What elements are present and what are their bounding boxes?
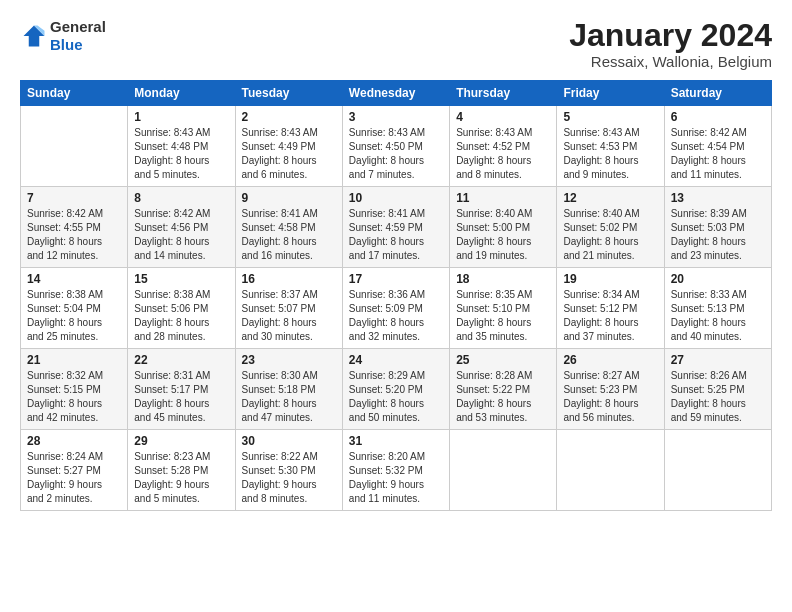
col-wednesday: Wednesday [342,81,449,106]
day-info: Sunrise: 8:36 AMSunset: 5:09 PMDaylight:… [349,288,443,344]
day-info: Sunrise: 8:40 AMSunset: 5:00 PMDaylight:… [456,207,550,263]
calendar-cell: 2Sunrise: 8:43 AMSunset: 4:49 PMDaylight… [235,106,342,187]
day-number: 5 [563,110,657,124]
day-info: Sunrise: 8:22 AMSunset: 5:30 PMDaylight:… [242,450,336,506]
calendar-cell: 31Sunrise: 8:20 AMSunset: 5:32 PMDayligh… [342,430,449,511]
calendar-table: Sunday Monday Tuesday Wednesday Thursday… [20,80,772,511]
week-row-2: 7Sunrise: 8:42 AMSunset: 4:55 PMDaylight… [21,187,772,268]
day-number: 11 [456,191,550,205]
calendar-cell: 22Sunrise: 8:31 AMSunset: 5:17 PMDayligh… [128,349,235,430]
day-number: 12 [563,191,657,205]
calendar-cell: 15Sunrise: 8:38 AMSunset: 5:06 PMDayligh… [128,268,235,349]
week-row-1: 1Sunrise: 8:43 AMSunset: 4:48 PMDaylight… [21,106,772,187]
logo-general-text: General [50,18,106,35]
day-info: Sunrise: 8:43 AMSunset: 4:48 PMDaylight:… [134,126,228,182]
calendar-cell [21,106,128,187]
calendar-cell: 1Sunrise: 8:43 AMSunset: 4:48 PMDaylight… [128,106,235,187]
day-number: 10 [349,191,443,205]
day-info: Sunrise: 8:20 AMSunset: 5:32 PMDaylight:… [349,450,443,506]
calendar-cell: 29Sunrise: 8:23 AMSunset: 5:28 PMDayligh… [128,430,235,511]
col-saturday: Saturday [664,81,771,106]
day-info: Sunrise: 8:43 AMSunset: 4:53 PMDaylight:… [563,126,657,182]
day-number: 19 [563,272,657,286]
day-number: 8 [134,191,228,205]
day-info: Sunrise: 8:42 AMSunset: 4:55 PMDaylight:… [27,207,121,263]
calendar-cell: 10Sunrise: 8:41 AMSunset: 4:59 PMDayligh… [342,187,449,268]
calendar-cell: 6Sunrise: 8:42 AMSunset: 4:54 PMDaylight… [664,106,771,187]
day-info: Sunrise: 8:24 AMSunset: 5:27 PMDaylight:… [27,450,121,506]
day-number: 29 [134,434,228,448]
calendar-cell: 3Sunrise: 8:43 AMSunset: 4:50 PMDaylight… [342,106,449,187]
day-number: 16 [242,272,336,286]
calendar-cell: 24Sunrise: 8:29 AMSunset: 5:20 PMDayligh… [342,349,449,430]
page: General Blue January 2024 Ressaix, Wallo… [0,0,792,612]
day-number: 13 [671,191,765,205]
calendar-cell: 25Sunrise: 8:28 AMSunset: 5:22 PMDayligh… [450,349,557,430]
day-info: Sunrise: 8:30 AMSunset: 5:18 PMDaylight:… [242,369,336,425]
calendar-cell: 28Sunrise: 8:24 AMSunset: 5:27 PMDayligh… [21,430,128,511]
calendar-cell: 14Sunrise: 8:38 AMSunset: 5:04 PMDayligh… [21,268,128,349]
calendar-cell [664,430,771,511]
day-info: Sunrise: 8:41 AMSunset: 4:59 PMDaylight:… [349,207,443,263]
calendar-cell: 30Sunrise: 8:22 AMSunset: 5:30 PMDayligh… [235,430,342,511]
day-info: Sunrise: 8:32 AMSunset: 5:15 PMDaylight:… [27,369,121,425]
day-info: Sunrise: 8:33 AMSunset: 5:13 PMDaylight:… [671,288,765,344]
day-number: 20 [671,272,765,286]
calendar-cell: 21Sunrise: 8:32 AMSunset: 5:15 PMDayligh… [21,349,128,430]
day-info: Sunrise: 8:27 AMSunset: 5:23 PMDaylight:… [563,369,657,425]
day-number: 30 [242,434,336,448]
logo: General Blue [20,18,106,54]
day-info: Sunrise: 8:42 AMSunset: 4:56 PMDaylight:… [134,207,228,263]
day-number: 2 [242,110,336,124]
header-row: Sunday Monday Tuesday Wednesday Thursday… [21,81,772,106]
calendar-cell: 18Sunrise: 8:35 AMSunset: 5:10 PMDayligh… [450,268,557,349]
day-info: Sunrise: 8:43 AMSunset: 4:52 PMDaylight:… [456,126,550,182]
day-info: Sunrise: 8:38 AMSunset: 5:04 PMDaylight:… [27,288,121,344]
day-info: Sunrise: 8:42 AMSunset: 4:54 PMDaylight:… [671,126,765,182]
calendar-cell: 4Sunrise: 8:43 AMSunset: 4:52 PMDaylight… [450,106,557,187]
calendar-body: 1Sunrise: 8:43 AMSunset: 4:48 PMDaylight… [21,106,772,511]
calendar-cell: 16Sunrise: 8:37 AMSunset: 5:07 PMDayligh… [235,268,342,349]
day-number: 7 [27,191,121,205]
day-number: 1 [134,110,228,124]
day-number: 24 [349,353,443,367]
day-info: Sunrise: 8:38 AMSunset: 5:06 PMDaylight:… [134,288,228,344]
day-number: 26 [563,353,657,367]
calendar-cell: 7Sunrise: 8:42 AMSunset: 4:55 PMDaylight… [21,187,128,268]
col-thursday: Thursday [450,81,557,106]
calendar-cell: 11Sunrise: 8:40 AMSunset: 5:00 PMDayligh… [450,187,557,268]
week-row-4: 21Sunrise: 8:32 AMSunset: 5:15 PMDayligh… [21,349,772,430]
day-number: 17 [349,272,443,286]
page-subtitle: Ressaix, Wallonia, Belgium [569,53,772,70]
calendar-cell [450,430,557,511]
col-tuesday: Tuesday [235,81,342,106]
day-info: Sunrise: 8:41 AMSunset: 4:58 PMDaylight:… [242,207,336,263]
col-sunday: Sunday [21,81,128,106]
day-number: 3 [349,110,443,124]
calendar-cell: 23Sunrise: 8:30 AMSunset: 5:18 PMDayligh… [235,349,342,430]
calendar-cell [557,430,664,511]
calendar-cell: 9Sunrise: 8:41 AMSunset: 4:58 PMDaylight… [235,187,342,268]
day-number: 14 [27,272,121,286]
calendar-cell: 17Sunrise: 8:36 AMSunset: 5:09 PMDayligh… [342,268,449,349]
calendar-cell: 26Sunrise: 8:27 AMSunset: 5:23 PMDayligh… [557,349,664,430]
day-info: Sunrise: 8:40 AMSunset: 5:02 PMDaylight:… [563,207,657,263]
calendar-cell: 5Sunrise: 8:43 AMSunset: 4:53 PMDaylight… [557,106,664,187]
day-number: 28 [27,434,121,448]
day-info: Sunrise: 8:23 AMSunset: 5:28 PMDaylight:… [134,450,228,506]
logo-icon [20,22,48,50]
day-info: Sunrise: 8:37 AMSunset: 5:07 PMDaylight:… [242,288,336,344]
day-number: 15 [134,272,228,286]
day-info: Sunrise: 8:34 AMSunset: 5:12 PMDaylight:… [563,288,657,344]
day-number: 27 [671,353,765,367]
day-number: 22 [134,353,228,367]
day-info: Sunrise: 8:31 AMSunset: 5:17 PMDaylight:… [134,369,228,425]
title-block: January 2024 Ressaix, Wallonia, Belgium [569,18,772,70]
day-info: Sunrise: 8:35 AMSunset: 5:10 PMDaylight:… [456,288,550,344]
day-info: Sunrise: 8:26 AMSunset: 5:25 PMDaylight:… [671,369,765,425]
week-row-3: 14Sunrise: 8:38 AMSunset: 5:04 PMDayligh… [21,268,772,349]
day-number: 9 [242,191,336,205]
week-row-5: 28Sunrise: 8:24 AMSunset: 5:27 PMDayligh… [21,430,772,511]
day-number: 4 [456,110,550,124]
day-info: Sunrise: 8:28 AMSunset: 5:22 PMDaylight:… [456,369,550,425]
